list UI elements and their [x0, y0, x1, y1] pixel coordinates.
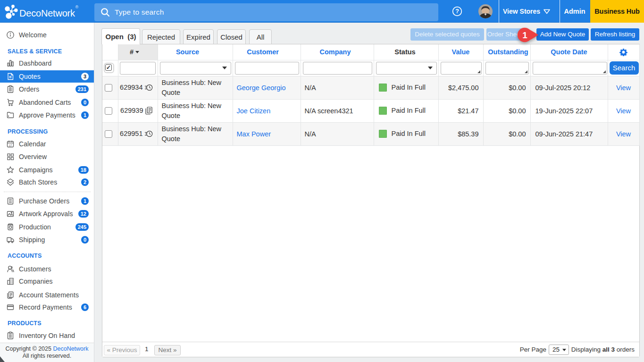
svg-text:?: ? — [455, 8, 459, 15]
svg-text:17: 17 — [9, 144, 12, 147]
svg-text:1: 1 — [522, 30, 527, 40]
